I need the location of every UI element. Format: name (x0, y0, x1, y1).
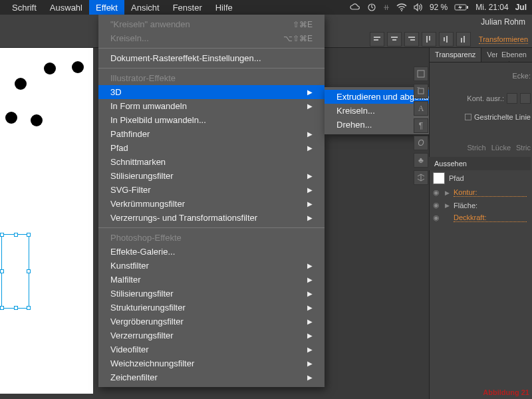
appearance-row-path[interactable]: Pfad (429, 170, 531, 186)
menu-in-form[interactable]: In Form umwandeln▶ (98, 99, 325, 113)
menu-auswahl[interactable]: Auswahl (43, 0, 89, 15)
appearance-row-stroke[interactable]: ◉ ▶ Kontur: (429, 186, 531, 199)
menu-svgfilter[interactable]: SVG-Filter▶ (98, 183, 325, 197)
battery-icon (454, 3, 469, 11)
artwork-dot (15, 78, 27, 90)
side-icon-panel[interactable] (414, 66, 428, 81)
svg-rect-13 (446, 36, 448, 43)
appearance-row-fill[interactable]: ◉ ▶ Fläche: (429, 199, 531, 211)
menu-pfad[interactable]: Pfad▶ (98, 141, 325, 155)
side-icon-artboard[interactable] (414, 84, 428, 98)
chevron-right-icon: ▶ (307, 172, 313, 180)
svg-rect-4 (374, 37, 380, 38)
stroke-tabs: Strich Lücke Stric (467, 144, 531, 152)
align-btn-5[interactable] (439, 32, 454, 47)
chevron-right-icon: ▶ (307, 200, 313, 207)
tab-strich2[interactable]: Stric (516, 144, 531, 152)
align-btn-4[interactable] (422, 32, 436, 47)
menu-texture[interactable]: Strukturierungsfilter▶ (98, 301, 325, 315)
wifi-icon (396, 3, 407, 11)
menu-hilfe[interactable]: Hilfe (209, 0, 239, 15)
figure-caption: Abbildung 21 (483, 388, 529, 396)
side-icon-strip: A ¶ O ♣ (414, 66, 428, 185)
menu-video[interactable]: Videofilter▶ (98, 342, 325, 356)
disclosure-icon[interactable]: ▶ (445, 202, 450, 209)
canvas[interactable] (0, 48, 93, 394)
chevron-right-icon: ▶ (307, 318, 313, 325)
appearance-row-opacity[interactable]: ◉ ▶ Deckkraft: (429, 211, 531, 224)
disclosure-icon[interactable]: ▶ (445, 190, 450, 196)
chevron-right-icon: ▶ (307, 374, 313, 381)
chevron-right-icon: ▶ (307, 332, 313, 339)
svg-rect-14 (461, 38, 462, 43)
menu-sketch[interactable]: Zeichenfilter▶ (98, 370, 325, 384)
svg-rect-17 (418, 88, 424, 94)
bluetooth-icon: ⧺ (383, 3, 390, 12)
chevron-right-icon: ▶ (307, 130, 313, 138)
menu-artistic[interactable]: Kunstfilter▶ (98, 259, 325, 273)
menu-pixelate[interactable]: Vergröberungsfilter▶ (98, 315, 325, 329)
menu-stylize[interactable]: Stilisierungsfilter▶ (98, 169, 325, 183)
artwork-dot (72, 61, 84, 73)
selection-rect (1, 234, 29, 309)
menu-3d[interactable]: 3D▶ (98, 85, 325, 99)
cloud-icon (350, 3, 360, 11)
menu-fx-gallery[interactable]: Effekte-Galerie... (98, 245, 325, 259)
effect-menu: "Kreiseln" anwenden⇧⌘E Kreiseln...⌥⇧⌘E D… (98, 15, 325, 387)
stroke-align-btn[interactable] (507, 93, 517, 104)
side-icon-opentype[interactable]: O (414, 136, 428, 150)
dashed-line-row: Gestrichelte Linie (465, 113, 531, 121)
svg-rect-6 (391, 37, 398, 38)
menu-effekt[interactable]: Effekt (89, 0, 124, 15)
chevron-right-icon: ▶ (307, 102, 313, 110)
visibility-icon[interactable]: ◉ (433, 201, 441, 209)
menu-blur[interactable]: Weichzeichnungsfilter▶ (98, 356, 325, 370)
align-btn-6[interactable] (456, 32, 471, 47)
menu-ps-stylize[interactable]: Stilisierungsfilter▶ (98, 287, 325, 301)
username-label: Julian Rohm (481, 17, 525, 27)
chevron-right-icon: ▶ (307, 214, 313, 221)
sync-icon (367, 3, 376, 12)
svg-rect-16 (418, 70, 424, 77)
svg-rect-15 (464, 36, 465, 43)
menu-section-header: Illustrator-Effekte (98, 71, 325, 85)
menu-doc-raster[interactable]: Dokument-Rastereffekt-Einstellungen... (98, 51, 325, 65)
menu-pathfinder[interactable]: Pathfinder▶ (98, 127, 325, 141)
menu-brush[interactable]: Malfilter▶ (98, 273, 325, 287)
artwork-dot (5, 112, 17, 124)
clock-text: Mi. 21:04 (475, 3, 508, 12)
tab-strich[interactable]: Strich (467, 144, 486, 152)
visibility-icon[interactable]: ◉ (433, 213, 441, 222)
ebenen-tab[interactable]: Ebenen (497, 48, 531, 61)
transformieren-link[interactable]: Transformieren (479, 35, 528, 44)
menu-ps-distort[interactable]: Verzerrungsfilter▶ (98, 329, 325, 342)
align-btn-2[interactable] (387, 32, 402, 47)
menu-distort[interactable]: Verzerrungs- und Transformationsfilter▶ (98, 211, 325, 225)
menubar: Schrift Auswahl Effekt Ansicht Fenster H… (0, 0, 532, 15)
stroke-align-btn[interactable] (520, 93, 531, 104)
side-icon-symbols[interactable] (414, 170, 428, 185)
side-icon-paragraph[interactable]: ¶ (414, 118, 428, 133)
menu-repeat-last: Kreiseln...⌥⇧⌘E (98, 31, 325, 45)
side-icon-swatches[interactable]: ♣ (414, 153, 428, 168)
menu-schrift[interactable]: Schrift (5, 0, 43, 15)
align-btn-1[interactable] (370, 32, 384, 47)
menu-apply-last: "Kreiseln" anwenden⇧⌘E (98, 17, 325, 31)
tab-transparenz[interactable]: Transparenz (430, 48, 481, 62)
artwork-dot (44, 63, 56, 74)
side-icon-text[interactable]: A (414, 101, 428, 116)
menu-fenster[interactable]: Fenster (166, 0, 209, 15)
visibility-icon[interactable]: ◉ (433, 188, 441, 197)
path-swatch (433, 172, 445, 184)
dashed-checkbox[interactable] (465, 114, 471, 120)
svg-rect-7 (392, 39, 396, 41)
svg-rect-3 (467, 6, 468, 9)
appearance-header[interactable]: Aussehen (429, 157, 531, 170)
menu-warp[interactable]: Verkrümmungsfilter▶ (98, 197, 325, 211)
appearance-panel: Pfad ◉ ▶ Kontur: ◉ ▶ Fläche: ◉ ▶ Deckkra… (429, 170, 531, 224)
align-btn-3[interactable] (404, 32, 419, 47)
menu-ansicht[interactable]: Ansicht (124, 0, 166, 15)
tab-luecke[interactable]: Lücke (491, 144, 511, 152)
menu-cropmarks[interactable]: Schnittmarken (98, 155, 325, 169)
menu-rasterize[interactable]: In Pixelbild umwandeln... (98, 113, 325, 127)
